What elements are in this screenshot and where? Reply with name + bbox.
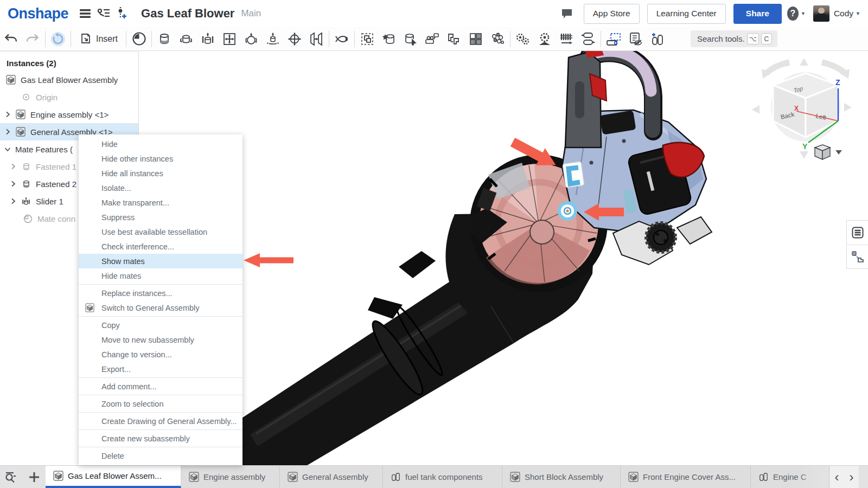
new-tab-button[interactable] — [23, 466, 46, 488]
hamburger-menu-icon[interactable] — [76, 4, 94, 23]
insert-version-icon[interactable] — [113, 4, 131, 23]
cylindrical-mate-icon[interactable] — [262, 29, 284, 49]
undo-button[interactable] — [0, 29, 22, 49]
menu-item-show-mates[interactable]: Show mates — [79, 254, 242, 268]
fastened-mate-icon — [21, 161, 31, 172]
chevron-right-icon[interactable] — [3, 127, 12, 136]
menu-item-delete[interactable]: Delete — [79, 448, 242, 463]
user-name[interactable]: Cody — [834, 9, 853, 18]
share-button[interactable]: Share — [733, 4, 782, 24]
bom-flyout-button[interactable] — [847, 221, 868, 245]
parallel-mate-icon[interactable] — [305, 29, 327, 49]
menu-item-isolate[interactable]: Isolate... — [79, 181, 242, 195]
menu-item-label: Replace instances... — [101, 289, 173, 298]
fastened-mate-symbol[interactable] — [563, 162, 584, 188]
tab-short-block-assembly[interactable]: Short Block Assembly — [502, 466, 621, 488]
gear-rack-relation-icon[interactable] — [534, 29, 556, 49]
slider-mate-icon[interactable] — [197, 29, 219, 49]
menu-item-switch-to-general-assembly[interactable]: Switch to General Assembly — [79, 300, 242, 315]
chevron-right-icon[interactable] — [9, 197, 17, 206]
menu-item-suppress[interactable]: Suppress — [79, 210, 242, 224]
view-cube[interactable]: Top Back Left Z X Y — [738, 57, 854, 163]
menu-item-create-drawing[interactable]: Create Drawing of General Assembly... — [79, 414, 242, 428]
mate-connector-tool-icon[interactable] — [128, 29, 150, 49]
menu-item-hide-mates[interactable]: Hide mates — [79, 268, 242, 283]
menu-item-hide-all-instances[interactable]: Hide all instances — [79, 166, 242, 181]
search-tools-input[interactable] — [697, 34, 745, 43]
tab-front-engine-cover-assembly[interactable]: Front Engine Cover Ass... — [621, 466, 751, 488]
implicit-mate-connector-icon[interactable] — [378, 29, 400, 49]
menu-item-label: Switch to General Assembly — [101, 304, 200, 312]
chevron-right-icon[interactable] — [9, 162, 17, 171]
redo-button[interactable] — [22, 29, 43, 49]
menu-item-move-to-new-subassembly[interactable]: Move to new subassembly — [79, 332, 242, 347]
tab-scroll-left-icon[interactable]: ‹ — [835, 471, 839, 484]
replicate-icon[interactable] — [443, 29, 465, 49]
menu-item-zoom-to-selection[interactable]: Zoom to selection — [79, 396, 242, 411]
help-menu[interactable]: ? ▼ — [787, 4, 806, 23]
search-tools-box[interactable]: ⌥ C — [691, 30, 777, 47]
exploded-view-icon[interactable] — [487, 29, 508, 49]
update-sync-icon[interactable] — [47, 29, 69, 49]
tab-scroll-right-icon[interactable]: › — [850, 471, 854, 484]
pin-slot-mate-icon[interactable] — [284, 29, 305, 49]
chevron-right-icon[interactable] — [3, 110, 12, 119]
menu-item-replace-instances[interactable]: Replace instances... — [79, 286, 242, 300]
tangent-mate-icon[interactable] — [331, 29, 353, 49]
menu-item-make-transparent[interactable]: Make transparent... — [79, 195, 242, 210]
menu-item-check-interference[interactable]: Check interference... — [79, 239, 242, 254]
menu-item-label: Make transparent... — [101, 198, 169, 207]
fastened-mate-icon[interactable] — [154, 29, 175, 49]
tab-gas-leaf-blower-assembly[interactable]: Gas Leaf Blower Assem... — [46, 466, 181, 488]
tree-row-engine-assembly[interactable]: Engine assembly <1> — [0, 106, 138, 123]
named-positions-icon[interactable] — [422, 29, 443, 49]
edit-mates-icon[interactable] — [400, 29, 422, 49]
mate-connector-symbol[interactable] — [559, 203, 576, 219]
view-mode-button[interactable] — [814, 145, 842, 160]
fastened-mate-icon — [21, 178, 31, 189]
group-tool-icon[interactable] — [356, 29, 378, 49]
insert-button[interactable]: Insert — [73, 29, 124, 49]
assembly-sketch-icon[interactable] — [603, 29, 624, 49]
tab-engine-assembly[interactable]: Engine assembly — [181, 466, 280, 488]
document-tab-bar: Gas Leaf Blower Assem... Engine assembly… — [0, 465, 868, 488]
tree-row-origin[interactable]: Origin — [0, 88, 138, 106]
versions-icon[interactable] — [94, 4, 113, 23]
configurations-flyout-button[interactable] — [847, 245, 868, 268]
pattern-tool-icon[interactable] — [465, 29, 487, 49]
assembly-tab-icon — [189, 472, 199, 482]
ball-mate-icon[interactable] — [240, 29, 262, 49]
comment-icon[interactable] — [558, 4, 576, 23]
gear-relation-icon[interactable] — [512, 29, 534, 49]
bom-table-icon[interactable] — [624, 29, 646, 49]
onshape-logo[interactable]: Onshape — [8, 5, 68, 22]
menu-item-use-best-tessellation[interactable]: Use best available tessellation — [79, 224, 242, 239]
tab-general-assembly[interactable]: General Assembly — [280, 466, 383, 488]
create-part-studio-icon[interactable] — [646, 29, 668, 49]
chevron-down-icon[interactable] — [3, 145, 12, 153]
menu-item-change-to-version[interactable]: Change to version... — [79, 347, 242, 362]
chevron-right-icon[interactable] — [9, 179, 17, 188]
planar-mate-icon[interactable] — [219, 29, 240, 49]
assembly-icon — [5, 74, 16, 85]
menu-item-label: Copy — [101, 321, 120, 330]
tab-engine-c[interactable]: Engine C — [751, 466, 829, 488]
tree-row-label: Slider 1 — [36, 197, 63, 206]
rack-relation-icon[interactable] — [556, 29, 577, 49]
menu-item-copy[interactable]: Copy — [79, 318, 242, 332]
user-avatar[interactable] — [813, 5, 829, 22]
menu-item-hide-other-instances[interactable]: Hide other instances — [79, 151, 242, 166]
menu-item-export[interactable]: Export... — [79, 362, 242, 376]
app-store-button[interactable]: App Store — [584, 4, 640, 24]
learning-center-button[interactable]: Learning Center — [647, 4, 726, 24]
tab-fuel-tank-components[interactable]: fuel tank components — [383, 466, 502, 488]
belt-relation-icon[interactable] — [577, 29, 599, 49]
search-tabs-button[interactable] — [0, 466, 23, 488]
tree-row-root-assembly[interactable]: Gas Leaf Blower Assembly — [0, 71, 138, 88]
assembly-toolbar: Insert — [0, 27, 868, 51]
menu-item-add-comment[interactable]: Add comment... — [79, 379, 242, 394]
menu-item-hide[interactable]: Hide — [79, 137, 242, 151]
menu-item-create-new-subassembly[interactable]: Create new subassembly — [79, 431, 242, 446]
workspace-name[interactable]: Main — [241, 8, 261, 19]
revolute-mate-icon[interactable] — [175, 29, 197, 49]
